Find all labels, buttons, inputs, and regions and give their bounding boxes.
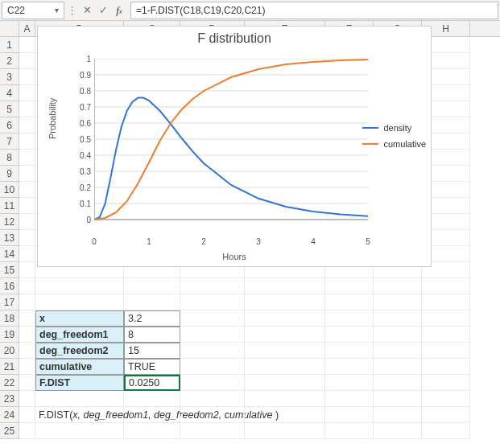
cell[interactable] — [374, 343, 422, 359]
row-header[interactable]: 11 — [0, 198, 19, 214]
cell[interactable] — [245, 278, 325, 294]
cell[interactable]: F.DIST(x, deg_freedom1, deg_freedom2, cu… — [35, 407, 124, 423]
cell[interactable] — [19, 214, 35, 230]
row-header[interactable]: 2 — [0, 53, 19, 69]
cell[interactable] — [180, 310, 245, 327]
row-header[interactable]: 18 — [0, 310, 19, 327]
cell[interactable] — [245, 294, 325, 310]
cell[interactable] — [19, 246, 35, 262]
cell[interactable] — [422, 359, 470, 375]
cell[interactable] — [180, 294, 245, 310]
cell[interactable] — [245, 359, 325, 375]
fx-icon[interactable]: fx — [111, 4, 127, 17]
cell[interactable] — [19, 101, 35, 117]
cell[interactable] — [325, 375, 374, 391]
cell[interactable] — [245, 310, 325, 327]
cell[interactable] — [422, 343, 470, 359]
cell[interactable] — [19, 53, 35, 69]
cell[interactable] — [19, 37, 35, 53]
cell[interactable] — [19, 375, 35, 391]
cell[interactable] — [124, 294, 180, 310]
cell[interactable] — [374, 310, 422, 327]
cell[interactable]: cumulative — [35, 359, 124, 375]
cell[interactable] — [374, 423, 422, 439]
cell[interactable] — [180, 327, 245, 343]
cell[interactable] — [19, 69, 35, 85]
cell[interactable] — [35, 391, 124, 407]
cell[interactable] — [19, 150, 35, 166]
chart[interactable]: F distribution Probability 00.10.20.30.4… — [37, 26, 432, 267]
row-header[interactable]: 23 — [0, 391, 19, 407]
cell[interactable] — [325, 294, 374, 310]
cell[interactable] — [19, 198, 35, 214]
cell[interactable]: 3.2 — [124, 310, 180, 327]
cell[interactable] — [124, 391, 180, 407]
cell[interactable] — [325, 343, 374, 359]
row-header[interactable]: 24 — [0, 407, 19, 423]
row-header[interactable]: 8 — [0, 150, 19, 166]
row-header[interactable]: 14 — [0, 246, 19, 262]
cell[interactable]: TRUE — [124, 359, 180, 375]
cell[interactable] — [19, 262, 35, 278]
cell[interactable] — [180, 391, 245, 407]
cell[interactable] — [374, 327, 422, 343]
cell[interactable] — [19, 134, 35, 150]
cell[interactable] — [374, 375, 422, 391]
cell[interactable] — [19, 327, 35, 343]
cell[interactable] — [19, 117, 35, 134]
chevron-down-icon[interactable]: ▾ — [55, 6, 59, 14]
col-header[interactable]: A — [19, 21, 35, 36]
row-header[interactable]: 6 — [0, 117, 19, 134]
cell[interactable] — [19, 391, 35, 407]
cell[interactable] — [325, 391, 374, 407]
cell[interactable] — [325, 310, 374, 327]
cell[interactable]: 15 — [124, 343, 180, 359]
cell[interactable] — [180, 359, 245, 375]
cell[interactable] — [35, 294, 124, 310]
row-header[interactable]: 12 — [0, 214, 19, 230]
cell[interactable] — [422, 391, 470, 407]
row-header[interactable]: 7 — [0, 134, 19, 150]
cell[interactable] — [124, 423, 180, 439]
cell[interactable] — [124, 278, 180, 294]
select-all-triangle[interactable] — [0, 21, 19, 36]
cell[interactable] — [422, 327, 470, 343]
cell[interactable] — [245, 375, 325, 391]
cell[interactable]: 0.0250 — [124, 375, 180, 391]
cell[interactable] — [35, 278, 124, 294]
cell[interactable] — [245, 343, 325, 359]
cell[interactable] — [374, 407, 422, 423]
row-header[interactable]: 9 — [0, 166, 19, 182]
cell[interactable] — [19, 343, 35, 359]
cell[interactable] — [180, 375, 245, 391]
cell[interactable] — [422, 278, 470, 294]
cell[interactable] — [19, 294, 35, 310]
cell[interactable] — [374, 294, 422, 310]
row-header[interactable]: 19 — [0, 327, 19, 343]
cell[interactable] — [422, 310, 470, 327]
cell[interactable] — [422, 423, 470, 439]
cell[interactable] — [422, 375, 470, 391]
cell[interactable] — [422, 294, 470, 310]
cell[interactable] — [422, 407, 470, 423]
cell[interactable] — [35, 423, 124, 439]
cell[interactable] — [245, 407, 325, 423]
formula-input[interactable]: =1-F.DIST(C18,C19,C20,C21) — [130, 2, 498, 19]
cell[interactable] — [245, 423, 325, 439]
cell[interactable] — [180, 423, 245, 439]
cell[interactable]: deg_freedom2 — [35, 343, 124, 359]
cell[interactable] — [19, 166, 35, 182]
cell[interactable] — [325, 278, 374, 294]
cell[interactable] — [19, 407, 35, 423]
cell[interactable] — [374, 391, 422, 407]
cell[interactable] — [180, 343, 245, 359]
cell[interactable] — [374, 359, 422, 375]
cell[interactable] — [19, 310, 35, 327]
row-header[interactable]: 10 — [0, 182, 19, 198]
cancel-icon[interactable]: ✕ — [79, 4, 95, 16]
row-header[interactable]: 16 — [0, 278, 19, 294]
enter-icon[interactable]: ✓ — [95, 4, 111, 16]
cell[interactable] — [374, 278, 422, 294]
cell[interactable]: deg_freedom1 — [35, 327, 124, 343]
row-header[interactable]: 25 — [0, 423, 19, 439]
